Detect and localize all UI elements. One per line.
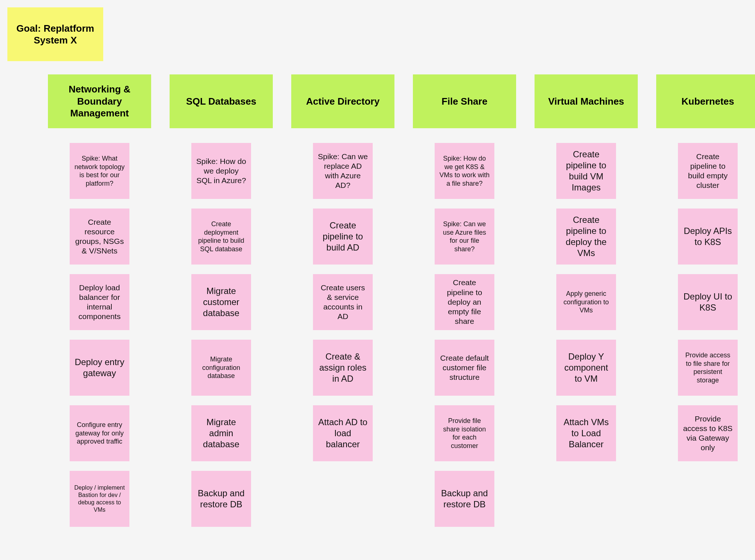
task-card[interactable]: Backup and restore DB (435, 471, 494, 527)
task-card[interactable]: Deploy entry gateway (70, 340, 129, 396)
goal-card[interactable]: Goal: Replatform System X (7, 7, 103, 61)
task-card[interactable]: Deploy / implement Bastion for dev / deb… (70, 471, 129, 527)
task-card[interactable]: Apply generic configuration to VMs (556, 274, 616, 330)
task-card[interactable]: Spike: What network topology is best for… (70, 143, 129, 199)
task-text: Spike: How do we get K8S & VMs to work w… (439, 154, 490, 188)
task-card[interactable]: Configure entry gateway for only approve… (70, 405, 129, 461)
task-text: Provide access to K8S via Gateway only (682, 414, 733, 453)
task-card[interactable]: Deploy UI to K8S (678, 274, 738, 330)
task-text: Deploy entry gateway (74, 357, 125, 379)
task-text: Provide file share isolation for each cu… (439, 417, 490, 450)
column-header[interactable]: SQL Databases (170, 74, 273, 128)
task-text: Deploy / implement Bastion for dev / deb… (74, 484, 125, 514)
column: File ShareSpike: How do we get K8S & VMs… (413, 74, 516, 527)
column: KubernetesCreate pipeline to build empty… (656, 74, 755, 527)
task-card[interactable]: Attach VMs to Load Balancer (556, 405, 616, 461)
task-card[interactable]: Provide access to file share for persist… (678, 340, 738, 396)
task-text: Spike: What network topology is best for… (74, 154, 125, 188)
column-header[interactable]: Kubernetes (656, 74, 755, 128)
task-card[interactable]: Attach AD to load balancer (313, 405, 373, 461)
task-card[interactable]: Create & assign roles in AD (313, 340, 373, 396)
column-title: Networking & Boundary Management (55, 83, 145, 119)
cards-list: Spike: What network topology is best for… (70, 143, 129, 527)
goal-text: Goal: Replatform System X (15, 22, 96, 46)
task-card[interactable]: Create pipeline to build VM Images (556, 143, 616, 199)
task-card[interactable]: Migrate configuration database (191, 340, 251, 396)
task-text: Attach AD to load balancer (317, 417, 368, 450)
task-text: Create users & service accounts in AD (317, 283, 368, 322)
task-text: Migrate configuration database (196, 355, 247, 380)
task-card[interactable]: Deploy APIs to K8S (678, 209, 738, 265)
column-title: Kubernetes (681, 95, 734, 108)
task-text: Apply generic configuration to VMs (561, 290, 612, 315)
task-text: Configure entry gateway for only approve… (74, 421, 125, 446)
task-card[interactable]: Spike: How do we get K8S & VMs to work w… (435, 143, 494, 199)
task-text: Create resource groups, NSGs & V/SNets (74, 217, 125, 256)
cards-list: Spike: How do we get K8S & VMs to work w… (435, 143, 494, 527)
task-card[interactable]: Spike: Can we use Azure files for our fi… (435, 209, 494, 265)
column-title: Active Directory (306, 95, 379, 108)
cards-list: Spike: Can we replace AD with Azure AD?C… (313, 143, 373, 461)
task-text: Create pipeline to build VM Images (561, 149, 612, 193)
task-card[interactable]: Backup and restore DB (191, 471, 251, 527)
column-title: SQL Databases (186, 95, 256, 108)
task-card[interactable]: Create pipeline to build AD (313, 209, 373, 265)
task-card[interactable]: Spike: How do we deploy SQL in Azure? (191, 143, 251, 199)
column-header[interactable]: Virtual Machines (535, 74, 638, 128)
column: Networking & Boundary ManagementSpike: W… (48, 74, 151, 527)
task-text: Create & assign roles in AD (317, 351, 368, 384)
board: Networking & Boundary ManagementSpike: W… (7, 74, 748, 527)
column-header[interactable]: Networking & Boundary Management (48, 74, 151, 128)
task-card[interactable]: Create pipeline to deploy the VMs (556, 209, 616, 265)
task-card[interactable]: Spike: Can we replace AD with Azure AD? (313, 143, 373, 199)
task-text: Create pipeline to build AD (317, 220, 368, 253)
task-text: Deploy Y component to VM (561, 351, 612, 384)
task-card[interactable]: Create default customer file structure (435, 340, 494, 396)
task-card[interactable]: Provide access to K8S via Gateway only (678, 405, 738, 461)
task-card[interactable]: Create users & service accounts in AD (313, 274, 373, 330)
column: Active DirectorySpike: Can we replace AD… (291, 74, 394, 527)
cards-list: Spike: How do we deploy SQL in Azure?Cre… (191, 143, 251, 527)
column-header[interactable]: File Share (413, 74, 516, 128)
task-text: Migrate admin database (196, 417, 247, 450)
task-card[interactable]: Migrate admin database (191, 405, 251, 461)
column-title: Virtual Machines (548, 95, 624, 108)
task-card[interactable]: Create resource groups, NSGs & V/SNets (70, 209, 129, 265)
task-text: Deploy load balancer for internal compon… (74, 283, 125, 322)
task-text: Create pipeline to deploy the VMs (561, 214, 612, 259)
task-text: Spike: How do we deploy SQL in Azure? (196, 157, 247, 186)
task-card[interactable]: Create pipeline to build empty cluster (678, 143, 738, 199)
task-card[interactable]: Deploy Y component to VM (556, 340, 616, 396)
column-header[interactable]: Active Directory (291, 74, 394, 128)
task-text: Create pipeline to build empty cluster (682, 152, 733, 190)
task-text: Create deployment pipeline to build SQL … (196, 220, 247, 253)
task-text: Attach VMs to Load Balancer (561, 417, 612, 450)
task-card[interactable]: Create pipeline to deploy an empty file … (435, 274, 494, 330)
task-text: Create default customer file structure (439, 353, 490, 382)
task-text: Deploy UI to K8S (682, 291, 733, 313)
task-text: Provide access to file share for persist… (682, 351, 733, 384)
task-text: Create pipeline to deploy an empty file … (439, 278, 490, 326)
task-text: Deploy APIs to K8S (682, 225, 733, 248)
task-text: Backup and restore DB (196, 488, 247, 510)
task-text: Migrate customer database (196, 286, 247, 319)
column: Virtual MachinesCreate pipeline to build… (535, 74, 638, 527)
task-text: Spike: Can we use Azure files for our fi… (439, 220, 490, 253)
task-card[interactable]: Migrate customer database (191, 274, 251, 330)
task-text: Spike: Can we replace AD with Azure AD? (317, 152, 368, 190)
task-text: Backup and restore DB (439, 488, 490, 510)
column: SQL DatabasesSpike: How do we deploy SQL… (170, 74, 273, 527)
task-card[interactable]: Create deployment pipeline to build SQL … (191, 209, 251, 265)
cards-list: Create pipeline to build VM ImagesCreate… (556, 143, 616, 461)
task-card[interactable]: Provide file share isolation for each cu… (435, 405, 494, 461)
task-card[interactable]: Deploy load balancer for internal compon… (70, 274, 129, 330)
column-title: File Share (442, 95, 487, 108)
cards-list: Create pipeline to build empty clusterDe… (678, 143, 738, 461)
